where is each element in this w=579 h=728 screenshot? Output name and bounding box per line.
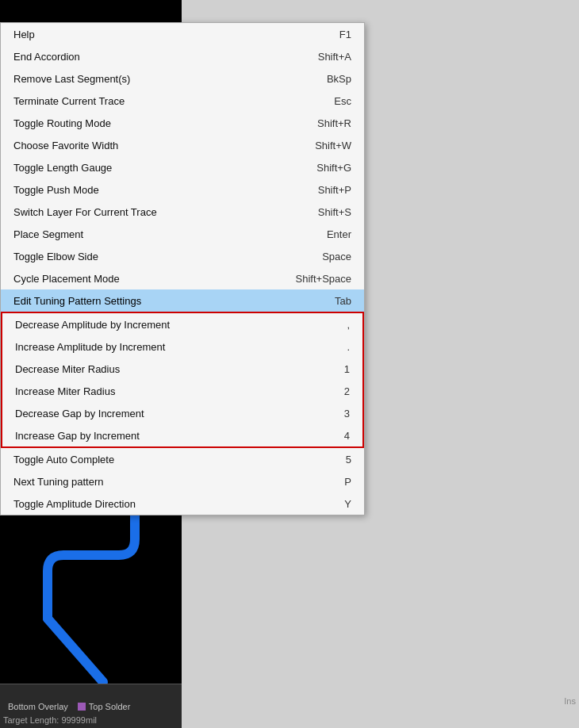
menu-item-edit-tuning[interactable]: Edit Tuning Pattern Settings Tab [1,289,364,312]
menu-label-end-accordion: End Accordion [13,51,299,63]
menu-item-toggle-amplitude-direction[interactable]: Toggle Amplitude Direction Y [1,492,364,515]
menu-label-toggle-length-gauge: Toggle Length Gauge [13,162,297,174]
menu-item-increase-gap[interactable]: Increase Gap by Increment 4 [2,424,362,446]
menu-item-help[interactable]: Help F1 [1,23,364,45]
menu-shortcut-toggle-push-mode: Shift+P [318,184,351,196]
menu-shortcut-toggle-elbow: Space [322,251,351,262]
menu-shortcut-edit-tuning: Tab [335,295,351,307]
menu-label-decrease-gap: Decrease Gap by Increment [15,408,325,420]
menu-item-cycle-placement[interactable]: Cycle Placement Mode Shift+Space [1,267,364,289]
menu-label-help: Help [13,29,320,40]
menu-item-decrease-gap[interactable]: Decrease Gap by Increment 3 [2,402,362,424]
menu-shortcut-increase-amplitude: . [347,341,350,353]
menu-shortcut-increase-miter: 2 [344,385,350,397]
menu-shortcut-cycle-placement: Shift+Space [296,273,351,285]
menu-label-edit-tuning: Edit Tuning Pattern Settings [13,295,316,307]
menu-shortcut-decrease-amplitude: , [347,319,350,331]
bottom-overlay-label: Bottom Overlay [8,702,68,711]
menu-item-terminate-trace[interactable]: Terminate Current Trace Esc [1,90,364,112]
menu-label-decrease-miter: Decrease Miter Radius [15,363,325,375]
menu-item-choose-width[interactable]: Choose Favorite Width Shift+W [1,134,364,156]
menu-label-terminate-trace: Terminate Current Trace [13,95,315,107]
red-border-group: Decrease Amplitude by Increment , Increa… [1,312,364,448]
menu-label-decrease-amplitude: Decrease Amplitude by Increment [15,319,328,331]
menu-shortcut-decrease-miter: 1 [344,363,350,375]
menu-label-toggle-routing: Toggle Routing Mode [13,117,298,129]
menu-shortcut-toggle-amplitude-direction: Y [344,498,351,510]
menu-label-cycle-placement: Cycle Placement Mode [13,273,277,285]
menu-item-decrease-miter[interactable]: Decrease Miter Radius 1 [2,358,362,380]
menu-shortcut-next-tuning-pattern: P [344,476,351,488]
menu-shortcut-help: F1 [339,29,351,40]
target-length-label: Target Length: 99999mil [3,715,97,725]
context-menu: Help F1 End Accordion Shift+A Remove Las… [0,22,365,515]
menu-item-next-tuning-pattern[interactable]: Next Tuning pattern P [1,470,364,492]
menu-label-increase-gap: Increase Gap by Increment [15,430,325,442]
menu-label-increase-amplitude: Increase Amplitude by Increment [15,341,328,353]
menu-item-increase-amplitude[interactable]: Increase Amplitude by Increment . [2,335,362,358]
menu-item-increase-miter[interactable]: Increase Miter Radius 2 [2,380,362,402]
menu-label-next-tuning-pattern: Next Tuning pattern [13,476,325,488]
menu-item-remove-last-segment[interactable]: Remove Last Segment(s) BkSp [1,67,364,90]
menu-label-toggle-auto-complete: Toggle Auto Complete [13,454,327,466]
menu-item-toggle-routing[interactable]: Toggle Routing Mode Shift+R [1,112,364,134]
menu-shortcut-toggle-routing: Shift+R [317,117,351,129]
menu-label-remove-last-segment: Remove Last Segment(s) [13,73,308,85]
menu-shortcut-toggle-length-gauge: Shift+G [316,162,351,174]
menu-shortcut-choose-width: Shift+W [315,140,351,151]
menu-item-place-segment[interactable]: Place Segment Enter [1,223,364,245]
menu-item-end-accordion[interactable]: End Accordion Shift+A [1,45,364,67]
top-solder-tab[interactable]: Top Solder [73,700,136,713]
ins-indicator: Ins [564,696,576,706]
menu-item-switch-layer[interactable]: Switch Layer For Current Trace Shift+S [1,201,364,223]
menu-shortcut-end-accordion: Shift+A [318,51,351,63]
menu-label-toggle-amplitude-direction: Toggle Amplitude Direction [13,498,325,510]
menu-label-choose-width: Choose Favorite Width [13,140,296,151]
menu-label-increase-miter: Increase Miter Radius [15,385,325,397]
menu-shortcut-decrease-gap: 3 [344,408,350,420]
menu-item-toggle-push-mode[interactable]: Toggle Push Mode Shift+P [1,178,364,201]
menu-shortcut-place-segment: Enter [327,228,351,240]
menu-item-toggle-auto-complete[interactable]: Toggle Auto Complete 5 [1,448,364,470]
menu-label-toggle-push-mode: Toggle Push Mode [13,184,299,196]
menu-shortcut-toggle-auto-complete: 5 [346,454,351,466]
menu-item-decrease-amplitude[interactable]: Decrease Amplitude by Increment , [2,313,362,335]
tab-color-dot [78,703,86,711]
menu-shortcut-switch-layer: Shift+S [318,206,351,218]
menu-item-toggle-length-gauge[interactable]: Toggle Length Gauge Shift+G [1,156,364,178]
top-solder-label: Top Solder [89,702,131,711]
menu-label-toggle-elbow: Toggle Elbow Side [13,251,303,262]
menu-item-toggle-elbow[interactable]: Toggle Elbow Side Space [1,245,364,267]
menu-shortcut-remove-last-segment: BkSp [327,73,351,85]
menu-shortcut-terminate-trace: Esc [334,95,351,107]
menu-label-place-segment: Place Segment [13,228,308,240]
menu-shortcut-increase-gap: 4 [344,430,350,442]
menu-label-switch-layer: Switch Layer For Current Trace [13,206,299,218]
bottom-overlay-tab[interactable]: Bottom Overlay [3,700,73,713]
